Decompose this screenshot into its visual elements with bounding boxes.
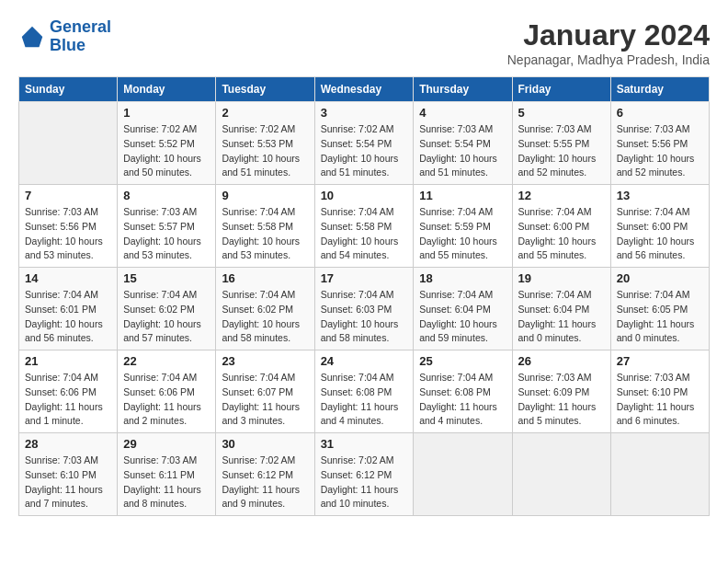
calendar-cell: 18Sunrise: 7:04 AMSunset: 6:04 PMDayligh…	[414, 268, 512, 350]
calendar-cell: 16Sunrise: 7:04 AMSunset: 6:02 PMDayligh…	[216, 268, 314, 350]
day-number: 1	[123, 106, 210, 120]
calendar-cell: 30Sunrise: 7:02 AMSunset: 6:12 PMDayligh…	[216, 433, 314, 516]
day-info: Sunrise: 7:02 AMSunset: 5:52 PMDaylight:…	[123, 122, 210, 180]
calendar-cell: 11Sunrise: 7:04 AMSunset: 5:59 PMDayligh…	[414, 185, 512, 268]
day-info: Sunrise: 7:03 AMSunset: 6:09 PMDaylight:…	[518, 371, 605, 429]
day-number: 16	[222, 271, 308, 285]
day-info: Sunrise: 7:03 AMSunset: 5:56 PMDaylight:…	[617, 122, 703, 180]
header-saturday: Saturday	[610, 77, 709, 102]
day-number: 12	[518, 189, 605, 202]
day-number: 5	[518, 106, 605, 120]
day-info: Sunrise: 7:04 AMSunset: 6:07 PMDaylight:…	[222, 371, 308, 429]
day-info: Sunrise: 7:04 AMSunset: 6:08 PMDaylight:…	[321, 371, 408, 429]
logo-icon	[18, 23, 46, 51]
calendar-cell: 3Sunrise: 7:02 AMSunset: 5:54 PMDaylight…	[314, 102, 414, 185]
day-info: Sunrise: 7:02 AMSunset: 6:12 PMDaylight:…	[222, 454, 308, 511]
day-number: 23	[222, 354, 308, 368]
day-number: 10	[321, 189, 408, 202]
day-info: Sunrise: 7:04 AMSunset: 5:59 PMDaylight:…	[419, 205, 506, 263]
day-number: 7	[25, 189, 111, 202]
location: Nepanagar, Madhya Pradesh, India	[507, 52, 710, 67]
day-number: 13	[617, 189, 703, 202]
day-number: 20	[617, 271, 703, 285]
calendar-header-row: SundayMondayTuesdayWednesdayThursdayFrid…	[19, 77, 710, 102]
logo-line2: Blue	[50, 36, 85, 54]
day-info: Sunrise: 7:04 AMSunset: 5:58 PMDaylight:…	[321, 205, 408, 263]
day-number: 3	[321, 106, 408, 120]
calendar-table: SundayMondayTuesdayWednesdayThursdayFrid…	[18, 76, 710, 516]
day-number: 19	[518, 271, 605, 285]
day-number: 31	[321, 437, 408, 451]
week-row-3: 14Sunrise: 7:04 AMSunset: 6:01 PMDayligh…	[19, 268, 710, 350]
header-tuesday: Tuesday	[216, 77, 314, 102]
day-number: 18	[419, 271, 506, 285]
logo: General Blue	[18, 18, 111, 55]
calendar-cell: 29Sunrise: 7:03 AMSunset: 6:11 PMDayligh…	[118, 433, 216, 516]
day-number: 9	[222, 189, 308, 202]
day-number: 14	[25, 271, 111, 285]
calendar-cell: 19Sunrise: 7:04 AMSunset: 6:04 PMDayligh…	[512, 268, 610, 350]
day-info: Sunrise: 7:03 AMSunset: 5:54 PMDaylight:…	[419, 122, 506, 180]
day-info: Sunrise: 7:04 AMSunset: 6:02 PMDaylight:…	[123, 288, 210, 346]
day-number: 21	[25, 354, 111, 368]
day-info: Sunrise: 7:04 AMSunset: 6:05 PMDaylight:…	[617, 288, 703, 346]
day-info: Sunrise: 7:04 AMSunset: 6:00 PMDaylight:…	[617, 205, 703, 263]
day-number: 26	[518, 354, 605, 368]
day-info: Sunrise: 7:03 AMSunset: 5:55 PMDaylight:…	[518, 122, 605, 180]
calendar-cell: 1Sunrise: 7:02 AMSunset: 5:52 PMDaylight…	[118, 102, 216, 185]
calendar-cell: 8Sunrise: 7:03 AMSunset: 5:57 PMDaylight…	[118, 185, 216, 268]
calendar-cell: 23Sunrise: 7:04 AMSunset: 6:07 PMDayligh…	[216, 350, 314, 433]
header-wednesday: Wednesday	[314, 77, 414, 102]
calendar-cell	[414, 433, 512, 516]
day-number: 11	[419, 189, 506, 202]
day-info: Sunrise: 7:04 AMSunset: 6:06 PMDaylight:…	[123, 371, 210, 429]
calendar-cell: 22Sunrise: 7:04 AMSunset: 6:06 PMDayligh…	[118, 350, 216, 433]
svg-marker-0	[22, 27, 43, 48]
day-number: 8	[123, 189, 210, 202]
day-number: 22	[123, 354, 210, 368]
calendar-cell: 9Sunrise: 7:04 AMSunset: 5:58 PMDaylight…	[216, 185, 314, 268]
calendar-cell: 5Sunrise: 7:03 AMSunset: 5:55 PMDaylight…	[512, 102, 610, 185]
day-info: Sunrise: 7:04 AMSunset: 5:58 PMDaylight:…	[222, 205, 308, 263]
logo-text: General Blue	[50, 18, 111, 55]
header-friday: Friday	[512, 77, 610, 102]
calendar-cell: 12Sunrise: 7:04 AMSunset: 6:00 PMDayligh…	[512, 185, 610, 268]
calendar-cell: 10Sunrise: 7:04 AMSunset: 5:58 PMDayligh…	[314, 185, 414, 268]
header-sunday: Sunday	[19, 77, 118, 102]
page-header: General Blue January 2024 Nepanagar, Mad…	[18, 18, 710, 67]
day-info: Sunrise: 7:02 AMSunset: 6:12 PMDaylight:…	[321, 454, 408, 511]
day-info: Sunrise: 7:04 AMSunset: 6:02 PMDaylight:…	[222, 288, 308, 346]
day-info: Sunrise: 7:04 AMSunset: 6:06 PMDaylight:…	[25, 371, 111, 429]
day-number: 29	[123, 437, 210, 451]
calendar-cell: 6Sunrise: 7:03 AMSunset: 5:56 PMDaylight…	[610, 102, 709, 185]
week-row-5: 28Sunrise: 7:03 AMSunset: 6:10 PMDayligh…	[19, 433, 710, 516]
title-block: January 2024 Nepanagar, Madhya Pradesh, …	[507, 18, 710, 67]
calendar-cell: 31Sunrise: 7:02 AMSunset: 6:12 PMDayligh…	[314, 433, 414, 516]
calendar-cell: 27Sunrise: 7:03 AMSunset: 6:10 PMDayligh…	[610, 350, 709, 433]
day-info: Sunrise: 7:04 AMSunset: 6:08 PMDaylight:…	[419, 371, 506, 429]
day-info: Sunrise: 7:04 AMSunset: 6:04 PMDaylight:…	[419, 288, 506, 346]
calendar-cell: 26Sunrise: 7:03 AMSunset: 6:09 PMDayligh…	[512, 350, 610, 433]
calendar-cell	[512, 433, 610, 516]
week-row-1: 1Sunrise: 7:02 AMSunset: 5:52 PMDaylight…	[19, 102, 710, 185]
calendar-cell: 4Sunrise: 7:03 AMSunset: 5:54 PMDaylight…	[414, 102, 512, 185]
day-number: 27	[617, 354, 703, 368]
day-info: Sunrise: 7:04 AMSunset: 6:04 PMDaylight:…	[518, 288, 605, 346]
calendar-cell: 17Sunrise: 7:04 AMSunset: 6:03 PMDayligh…	[314, 268, 414, 350]
day-info: Sunrise: 7:02 AMSunset: 5:53 PMDaylight:…	[222, 122, 308, 180]
day-number: 2	[222, 106, 308, 120]
calendar-cell: 2Sunrise: 7:02 AMSunset: 5:53 PMDaylight…	[216, 102, 314, 185]
day-info: Sunrise: 7:02 AMSunset: 5:54 PMDaylight:…	[321, 122, 408, 180]
day-info: Sunrise: 7:03 AMSunset: 6:10 PMDaylight:…	[617, 371, 703, 429]
calendar-cell: 25Sunrise: 7:04 AMSunset: 6:08 PMDayligh…	[414, 350, 512, 433]
calendar-cell: 20Sunrise: 7:04 AMSunset: 6:05 PMDayligh…	[610, 268, 709, 350]
calendar-cell: 15Sunrise: 7:04 AMSunset: 6:02 PMDayligh…	[118, 268, 216, 350]
day-number: 24	[321, 354, 408, 368]
day-info: Sunrise: 7:03 AMSunset: 5:56 PMDaylight:…	[25, 205, 111, 263]
day-number: 17	[321, 271, 408, 285]
day-info: Sunrise: 7:03 AMSunset: 5:57 PMDaylight:…	[123, 205, 210, 263]
header-monday: Monday	[118, 77, 216, 102]
week-row-2: 7Sunrise: 7:03 AMSunset: 5:56 PMDaylight…	[19, 185, 710, 268]
day-number: 6	[617, 106, 703, 120]
day-number: 15	[123, 271, 210, 285]
